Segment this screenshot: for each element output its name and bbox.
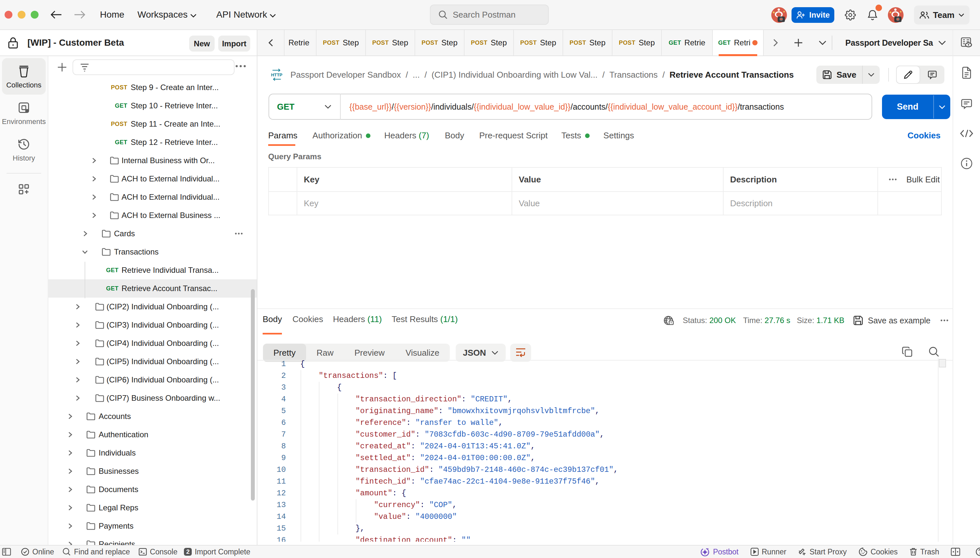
svg-text:HTTP: HTTP (271, 72, 283, 77)
